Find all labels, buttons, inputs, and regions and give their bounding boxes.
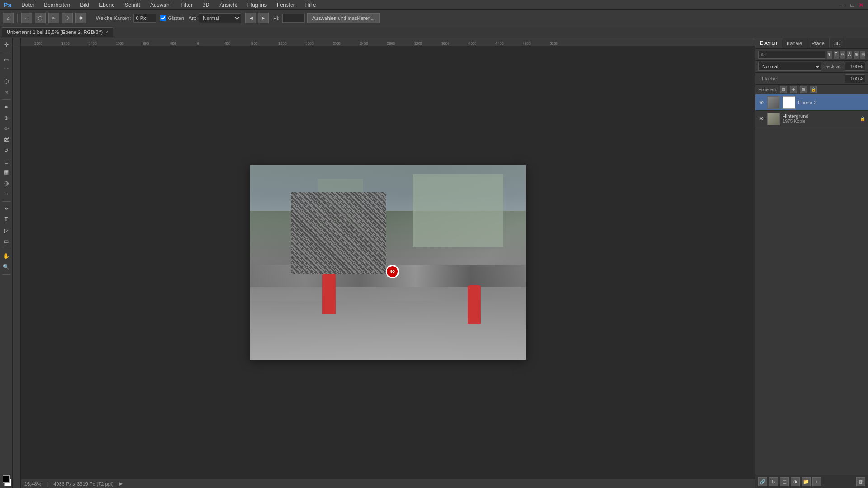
panel-bottom: 🔗 fx ◻ ◑ 📁 + 🗑 [755, 475, 868, 488]
dodge-tool[interactable]: ○ [1, 189, 11, 199]
lock-position-btn[interactable]: ✚ [790, 86, 797, 93]
path-select-tool[interactable]: ▷ [1, 225, 11, 235]
tool-btn-2[interactable]: ◯ [35, 13, 46, 23]
layer-icon-2[interactable]: ✏ [840, 51, 845, 59]
hi-label: Hi: [273, 15, 279, 21]
layers-search-input[interactable] [758, 51, 825, 59]
fill-input[interactable] [845, 74, 865, 83]
layer-item-ebene2[interactable]: 👁 Ebene 2 [755, 94, 868, 111]
tab-ebenen[interactable]: Ebenen [755, 38, 782, 48]
glatten-checkbox[interactable] [160, 15, 166, 21]
menu-fenster[interactable]: Fenster [275, 1, 297, 9]
fill-label: Fläche: [762, 76, 778, 81]
quick-select-tool[interactable]: ⬡ [1, 76, 11, 86]
canvas-content: 50 [21, 46, 755, 479]
menu-datei[interactable]: Datei [19, 1, 36, 9]
text-tool[interactable]: T [1, 215, 11, 225]
home-button[interactable]: ⌂ [3, 13, 14, 23]
pen-tool[interactable]: ✒ [1, 204, 11, 214]
main-area: ✛ ▭ ⌒ ⬡ ⊡ ✒ ⊕ ✏ 🖄 ↺ ◻ ▦ ◍ ○ ✒ T ▷ ▭ ✋ 🔍 [0, 38, 868, 488]
layer-adj-btn[interactable]: ◑ [791, 477, 800, 486]
tab-3d[interactable]: 3D [830, 38, 845, 48]
blend-mode-row: Normal Auflösen Abdunkeln Multiplizieren… [755, 61, 868, 73]
menu-bearbeiten[interactable]: Bearbeiten [42, 1, 72, 9]
lasso-tool[interactable]: ⌒ [1, 66, 11, 75]
menu-ebene[interactable]: Ebene [97, 1, 117, 9]
menu-bild[interactable]: Bild [78, 1, 91, 9]
move-tool[interactable]: ✛ [1, 40, 11, 50]
hi-input[interactable] [282, 14, 305, 23]
lock-artboard-btn[interactable]: ⊞ [800, 86, 807, 93]
sep1 [17, 14, 18, 23]
layer-thumb-hintergrund [767, 113, 780, 125]
horizontal-ruler: 2200 1800 1400 1000 800 400 0 400 800 12… [21, 38, 755, 46]
menu-hilfe[interactable]: Hilfe [303, 1, 318, 9]
hand-tool[interactable]: ✋ [1, 251, 11, 261]
layer-mask-btn[interactable]: ◻ [780, 477, 789, 486]
document-tab[interactable]: Unbenannt-1 bei 16,5% (Ebene 2, RGB/8#) … [2, 27, 113, 37]
shape-tool[interactable]: ▭ [1, 236, 11, 246]
foreground-color[interactable] [3, 475, 10, 483]
clone-tool[interactable]: 🖄 [1, 135, 11, 145]
menu-schrift[interactable]: Schrift [123, 1, 142, 9]
menu-3d[interactable]: 3D [201, 1, 211, 9]
weiche-kanten-input[interactable] [133, 14, 156, 23]
layer-info-hintergrund: 1975 Kopie [783, 119, 857, 124]
layer-link-btn[interactable]: 🔗 [758, 477, 767, 486]
opacity-input[interactable] [845, 62, 865, 71]
tool-btn-1[interactable]: ▭ [21, 13, 32, 23]
gradient-tool[interactable]: ▦ [1, 167, 11, 177]
zoom-level: 16,48% [24, 481, 41, 487]
marquee-tool[interactable]: ▭ [1, 55, 11, 65]
options-toolbar: ⌂ ▭ ◯ ∿ ⬡ ⬢ Weiche Kanten: Glätten Art: … [0, 10, 868, 26]
art-label: Art: [189, 15, 196, 21]
menu-plugins[interactable]: Plug-ins [245, 1, 269, 9]
panel-tabs: Ebenen Kanäle Pfade 3D [755, 38, 868, 49]
tool-btn-4[interactable]: ⬡ [62, 13, 73, 23]
layer-vis-ebene2[interactable]: 👁 [758, 99, 764, 106]
layer-delete-btn[interactable]: 🗑 [856, 477, 865, 486]
auswahl-button[interactable]: Auswählen und maskieren... [307, 13, 380, 23]
art-select[interactable]: Normal Hinzufügen Subtrahieren [199, 13, 241, 23]
history-brush[interactable]: ↺ [1, 145, 11, 155]
brush-tool[interactable]: ✏ [1, 124, 11, 134]
road-area [250, 287, 526, 360]
tab-pfade[interactable]: Pfade [807, 38, 830, 48]
layer-icon-1[interactable]: T [834, 51, 839, 59]
lock-label: Fixieren: [758, 87, 777, 92]
close-button[interactable]: ✕ [858, 2, 864, 8]
minimize-button[interactable]: ─ [840, 2, 846, 8]
blend-mode-select[interactable]: Normal Auflösen Abdunkeln Multiplizieren [758, 62, 821, 71]
canvas-image[interactable]: 50 [250, 165, 526, 360]
healing-tool[interactable]: ⊕ [1, 113, 11, 123]
menu-ansicht[interactable]: Ansicht [217, 1, 239, 9]
building-right [413, 174, 503, 247]
layer-vis-hintergrund[interactable]: 👁 [758, 116, 764, 122]
lock-pixels-btn[interactable]: ⊡ [780, 86, 787, 93]
eraser-tool[interactable]: ◻ [1, 156, 11, 166]
blur-tool[interactable]: ◍ [1, 178, 11, 188]
tab-close-button[interactable]: × [105, 30, 108, 35]
arrow-btn-right[interactable]: ▶ [258, 13, 269, 23]
menu-filter[interactable]: Filter [179, 1, 194, 9]
menu-auswahl[interactable]: Auswahl [148, 1, 172, 9]
speed-sign: 50 [386, 265, 399, 278]
tool-btn-3[interactable]: ∿ [48, 13, 59, 23]
tab-kanaele[interactable]: Kanäle [782, 38, 807, 48]
zoom-tool[interactable]: 🔍 [1, 262, 11, 272]
layer-icon-4[interactable]: ⊕ [854, 51, 859, 59]
tool-btn-5[interactable]: ⬢ [75, 13, 86, 23]
layer-name-hintergrund: Hintergrund [783, 113, 857, 119]
layer-item-hintergrund[interactable]: 👁 Hintergrund 1975 Kopie 🔒 [755, 111, 868, 127]
lock-all-btn[interactable]: 🔒 [810, 86, 817, 93]
maximize-button[interactable]: □ [849, 2, 855, 8]
layer-icon-3[interactable]: A [847, 51, 852, 59]
layer-new-btn[interactable]: + [812, 477, 821, 486]
eyedropper-tool[interactable]: ✒ [1, 102, 11, 112]
crop-tool[interactable]: ⊡ [1, 87, 11, 97]
layer-icon-5[interactable]: ⊞ [860, 51, 865, 59]
layer-group-btn[interactable]: 📁 [802, 477, 811, 486]
arrow-btn-left[interactable]: ◀ [245, 13, 256, 23]
layer-fx-btn[interactable]: fx [769, 477, 778, 486]
filter-btn[interactable]: ▼ [827, 51, 832, 59]
